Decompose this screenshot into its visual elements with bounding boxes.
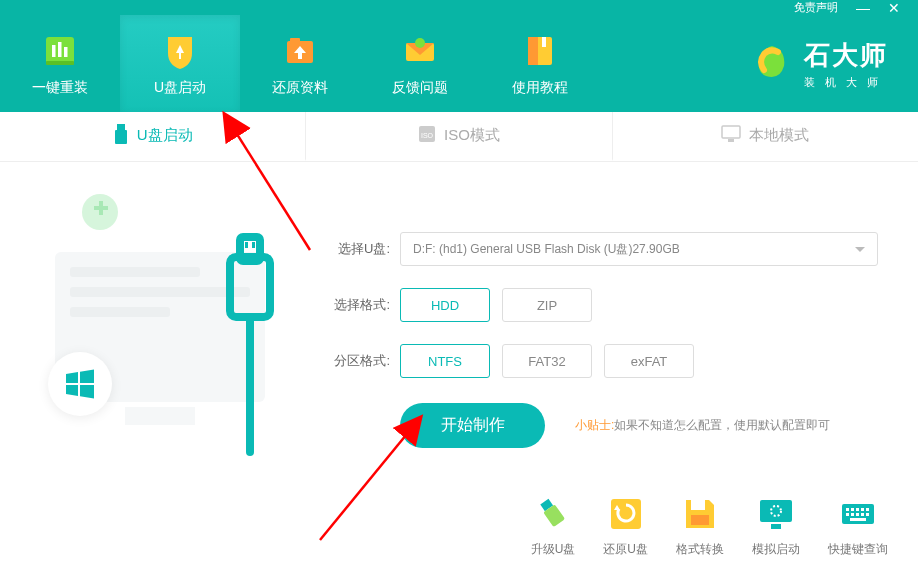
- brand: 石大师 装机大师: [750, 15, 918, 112]
- format-option-hdd[interactable]: HDD: [400, 288, 490, 322]
- svg-rect-45: [861, 513, 864, 516]
- disclaimer-link[interactable]: 免责声明: [794, 0, 838, 15]
- tool-hotkey-lookup[interactable]: 快捷键查询: [828, 495, 888, 558]
- book-icon: [520, 31, 560, 71]
- usb-shield-icon: [160, 31, 200, 71]
- svg-point-8: [415, 38, 425, 48]
- tool-label: 还原U盘: [603, 541, 648, 558]
- svg-rect-6: [290, 38, 300, 44]
- svg-rect-19: [70, 267, 200, 277]
- svg-rect-40: [861, 508, 864, 511]
- windows-badge-icon: [48, 352, 112, 416]
- nav-label: 还原资料: [272, 79, 328, 97]
- partition-option-exfat[interactable]: exFAT: [604, 344, 694, 378]
- svg-rect-32: [691, 515, 709, 525]
- bottom-toolbar: 升级U盘 还原U盘 格式转换 模拟启动 快捷键查询: [0, 489, 918, 579]
- tool-restore-usb[interactable]: 还原U盘: [603, 495, 648, 558]
- format-option-zip[interactable]: ZIP: [502, 288, 592, 322]
- tool-label: 升级U盘: [531, 541, 576, 558]
- nav-feedback[interactable]: 反馈问题: [360, 15, 480, 112]
- tip-text: 小贴士:如果不知道怎么配置，使用默认配置即可: [575, 417, 830, 434]
- bar-chart-icon: [40, 31, 80, 71]
- svg-rect-26: [252, 242, 255, 248]
- svg-rect-3: [64, 47, 68, 57]
- tool-label: 模拟启动: [752, 541, 800, 558]
- subtab-iso-mode[interactable]: ISO ISO模式: [305, 112, 611, 161]
- svg-rect-17: [728, 139, 734, 142]
- svg-rect-25: [245, 242, 248, 248]
- nav-label: 一键重装: [32, 79, 88, 97]
- svg-rect-22: [125, 407, 195, 425]
- form-area: 选择U盘: D:F: (hd1) General USB Flash Disk …: [310, 162, 918, 489]
- usb-icon: [113, 124, 129, 147]
- brand-title: 石大师: [804, 38, 888, 73]
- usb-select-label: 选择U盘:: [320, 240, 390, 258]
- tool-simulate-boot[interactable]: 模拟启动: [752, 495, 800, 558]
- title-bar: 免责声明 — ✕: [0, 0, 918, 15]
- partition-option-fat32[interactable]: FAT32: [502, 344, 592, 378]
- keyboard-icon: [839, 495, 877, 533]
- top-nav: 一键重装 U盘启动 还原资料 反馈问题 使用教程 石大师 装机大师: [0, 15, 918, 112]
- close-button[interactable]: ✕: [888, 3, 900, 13]
- monitor-icon: [721, 125, 741, 146]
- svg-rect-47: [850, 518, 866, 521]
- subtab-label: U盘启动: [137, 126, 193, 145]
- partition-label: 分区格式:: [320, 352, 390, 370]
- subtab-label: 本地模式: [749, 126, 809, 145]
- nav-restore-data[interactable]: 还原资料: [240, 15, 360, 112]
- svg-rect-31: [691, 500, 705, 510]
- format-label: 选择格式:: [320, 296, 390, 314]
- svg-rect-1: [52, 45, 56, 57]
- svg-rect-10: [528, 37, 538, 65]
- tip-label: 小贴士:: [575, 418, 614, 432]
- svg-rect-43: [851, 513, 854, 516]
- start-create-button[interactable]: 开始制作: [400, 403, 545, 448]
- brand-subtitle: 装机大师: [804, 75, 888, 90]
- svg-rect-37: [846, 508, 849, 511]
- svg-rect-12: [117, 124, 125, 130]
- nav-label: U盘启动: [154, 79, 206, 97]
- sub-tabs: U盘启动 ISO ISO模式 本地模式: [0, 112, 918, 162]
- floppy-icon: [681, 495, 719, 533]
- svg-rect-41: [866, 508, 869, 511]
- brand-logo-icon: [750, 42, 794, 86]
- illustration-panel: [0, 162, 310, 489]
- usb-stick-icon: [534, 495, 572, 533]
- subtab-local-mode[interactable]: 本地模式: [612, 112, 918, 161]
- svg-rect-39: [856, 508, 859, 511]
- monitor-boot-icon: [757, 495, 795, 533]
- svg-rect-2: [58, 42, 62, 57]
- restore-icon: [607, 495, 645, 533]
- iso-icon: ISO: [418, 125, 436, 146]
- svg-rect-42: [846, 513, 849, 516]
- svg-rect-16: [722, 126, 740, 138]
- usb-select-value: D:F: (hd1) General USB Flash Disk (U盘)27…: [413, 241, 680, 258]
- svg-text:ISO: ISO: [421, 132, 434, 139]
- nav-one-click-reinstall[interactable]: 一键重装: [0, 15, 120, 112]
- svg-rect-38: [851, 508, 854, 511]
- nav-label: 反馈问题: [392, 79, 448, 97]
- subtab-usb-boot[interactable]: U盘启动: [0, 112, 305, 161]
- svg-rect-13: [115, 130, 127, 144]
- tool-label: 快捷键查询: [828, 541, 888, 558]
- minimize-button[interactable]: —: [856, 3, 870, 13]
- nav-usb-boot[interactable]: U盘启动: [120, 15, 240, 112]
- tool-label: 格式转换: [676, 541, 724, 558]
- svg-rect-11: [542, 37, 546, 47]
- svg-rect-44: [856, 513, 859, 516]
- nav-tutorial[interactable]: 使用教程: [480, 15, 600, 112]
- svg-rect-33: [760, 500, 792, 522]
- usb-select[interactable]: D:F: (hd1) General USB Flash Disk (U盘)27…: [400, 232, 878, 266]
- tool-format-convert[interactable]: 格式转换: [676, 495, 724, 558]
- svg-rect-24: [240, 237, 260, 261]
- tool-upgrade-usb[interactable]: 升级U盘: [531, 495, 576, 558]
- svg-rect-35: [771, 524, 781, 529]
- svg-rect-20: [70, 287, 250, 297]
- upload-folder-icon: [280, 31, 320, 71]
- svg-rect-30: [611, 499, 641, 529]
- partition-option-ntfs[interactable]: NTFS: [400, 344, 490, 378]
- svg-rect-4: [46, 61, 74, 65]
- svg-rect-21: [70, 307, 170, 317]
- svg-rect-46: [866, 513, 869, 516]
- nav-label: 使用教程: [512, 79, 568, 97]
